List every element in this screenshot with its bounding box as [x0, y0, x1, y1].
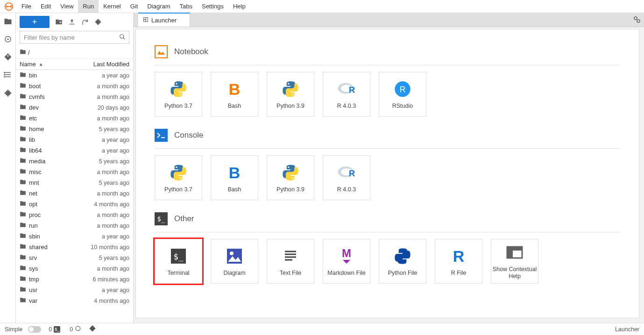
tab-launcher[interactable]: Launcher [138, 13, 190, 27]
folder-icon [20, 125, 26, 133]
file-modified: 4 months ago [94, 201, 129, 208]
file-row[interactable]: boota month ago [16, 81, 133, 91]
file-row[interactable]: usra year ago [16, 285, 133, 295]
launcher-card-bash[interactable]: BBash [211, 72, 258, 117]
file-row[interactable]: liba year ago [16, 134, 133, 145]
file-row[interactable]: bina year ago [16, 70, 133, 81]
card-label: Text File [280, 270, 302, 277]
svg-point-6 [4, 72, 5, 73]
launcher-card-r-4-0-3[interactable]: RR 4.0.3 [323, 72, 370, 117]
search-icon [119, 34, 126, 42]
file-row[interactable]: media5 years ago [16, 156, 133, 167]
launcher-card-text-file[interactable]: Text File [267, 239, 314, 284]
menu-tabs[interactable]: Tabs [175, 0, 197, 13]
git-toolbar-icon[interactable] [94, 18, 102, 26]
menu-edit[interactable]: Edit [36, 0, 56, 13]
file-row[interactable]: sbina year ago [16, 231, 133, 242]
git-icon[interactable] [3, 52, 13, 62]
folder-icon [20, 49, 26, 56]
file-row[interactable]: cvmfsa month ago [16, 91, 133, 102]
card-label: Python 3.7 [164, 103, 192, 110]
launcher-section: NotebookPython 3.7BBashPython 3.9RR 4.0.… [155, 45, 620, 117]
folder-icon[interactable] [3, 17, 13, 26]
svg-text:R: R [349, 168, 355, 178]
filter-files-input[interactable] [20, 31, 129, 44]
file-row[interactable]: shared10 months ago [16, 242, 133, 252]
file-row[interactable]: srv5 years ago [16, 252, 133, 263]
file-row[interactable]: home5 years ago [16, 124, 133, 134]
console-icon [155, 129, 168, 142]
file-modified: a month ago [97, 223, 130, 229]
launcher-card-python-3-9[interactable]: Python 3.9 [267, 155, 314, 200]
folder-icon [20, 275, 26, 283]
file-row[interactable]: misca month ago [16, 167, 133, 177]
folder-icon [20, 157, 26, 165]
launcher-card-show-contextual-help[interactable]: Show Contextual Help [491, 239, 538, 284]
launcher-card-terminal[interactable]: $_Terminal [155, 239, 202, 284]
breadcrumb[interactable]: / [16, 47, 133, 59]
file-modified: 10 months ago [91, 244, 129, 251]
file-row[interactable]: sysa month ago [16, 263, 133, 274]
menu-diagram[interactable]: Diagram [142, 0, 175, 13]
menu-file[interactable]: File [17, 0, 36, 13]
file-name: srv [29, 254, 37, 261]
launcher-card-python-3-9[interactable]: Python 3.9 [267, 72, 314, 117]
file-row[interactable]: dev20 days ago [16, 102, 133, 113]
file-row[interactable]: var4 months ago [16, 295, 133, 306]
modified-column-header[interactable]: Last Modified [78, 61, 129, 68]
file-name: sys [29, 265, 38, 272]
r-blue-icon: R [449, 246, 468, 266]
running-icon[interactable] [3, 35, 13, 44]
left-count-badge[interactable]: 0$_ [47, 326, 62, 333]
file-row[interactable]: opt4 months ago [16, 199, 133, 209]
file-browser: + / Name▲ Last Modified bina year agoboo… [16, 13, 134, 323]
name-column-header[interactable]: Name▲ [20, 61, 78, 68]
file-name: opt [29, 201, 37, 208]
extensions-icon[interactable] [3, 88, 13, 97]
refresh-icon[interactable] [81, 18, 89, 26]
launcher-section: ConsolePython 3.7BBashPython 3.9RR 4.0.3 [155, 129, 620, 200]
card-label: Python File [388, 270, 418, 277]
menu-run[interactable]: Run [78, 0, 99, 13]
menu-git[interactable]: Git [126, 0, 143, 13]
file-name: usr [29, 286, 37, 293]
folder-icon [20, 254, 26, 262]
file-modified: a year ago [102, 233, 129, 240]
settings-icon[interactable] [633, 15, 641, 25]
file-row[interactable]: etca month ago [16, 113, 133, 124]
file-row[interactable]: neta month ago [16, 188, 133, 199]
file-modified: a month ago [97, 265, 130, 272]
menu-settings[interactable]: Settings [197, 0, 228, 13]
launcher-card-markdown-file[interactable]: MMarkdown File [323, 239, 370, 284]
launcher-card-python-file[interactable]: Python File [379, 239, 426, 284]
new-folder-icon[interactable] [55, 18, 63, 26]
launcher-card-r-file[interactable]: RR File [435, 239, 482, 284]
launcher-card-bash[interactable]: BBash [211, 155, 258, 200]
menu-view[interactable]: View [56, 0, 78, 13]
git-status-icon[interactable] [89, 325, 96, 334]
file-row[interactable]: proca month ago [16, 209, 133, 220]
file-name: etc [29, 115, 37, 122]
file-row[interactable]: tmp6 minutes ago [16, 274, 133, 285]
launcher-card-python-3-7[interactable]: Python 3.7 [155, 155, 202, 200]
menu-kernel[interactable]: Kernel [99, 0, 126, 13]
file-row[interactable]: runa month ago [16, 220, 133, 231]
bash-orange-icon: B [225, 79, 244, 99]
launcher-card-rstudio[interactable]: RRStudio [379, 72, 426, 117]
menu-help[interactable]: Help [228, 0, 250, 13]
file-row[interactable]: lib64a year ago [16, 145, 133, 156]
simple-mode-toggle[interactable] [28, 326, 41, 333]
upload-icon[interactable] [68, 18, 76, 26]
new-launcher-button[interactable]: + [20, 16, 50, 28]
file-name: bin [29, 72, 37, 79]
launcher-card-r-4-0-3[interactable]: RR 4.0.3 [323, 155, 370, 200]
main-content: Launcher NotebookPython 3.7BBashPython 3… [134, 13, 644, 323]
launcher-card-python-3-7[interactable]: Python 3.7 [155, 72, 202, 117]
toc-icon[interactable] [3, 70, 13, 79]
status-bar: Simple 0$_ 0 Launcher [0, 323, 644, 335]
file-modified: a month ago [97, 169, 130, 175]
file-row[interactable]: mnt5 years ago [16, 177, 133, 188]
term-count-badge[interactable]: 0 [68, 325, 83, 334]
launcher-card-diagram[interactable]: Diagram [211, 239, 258, 284]
status-right-label: Launcher [615, 326, 639, 333]
